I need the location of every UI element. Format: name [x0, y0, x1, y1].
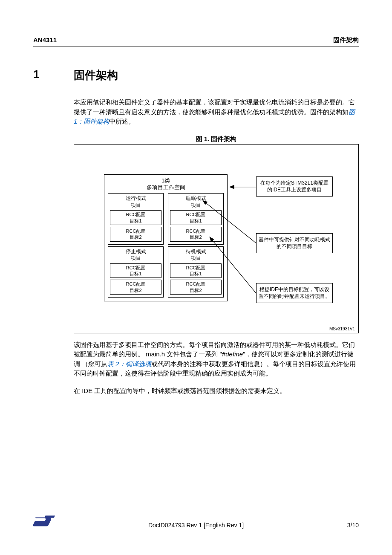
- rcc-target-2: RCC配置 目标2: [110, 227, 161, 242]
- annotation-3: 根据IDE中的目标配置，可以设置不同的时钟配置来运行项目。: [256, 283, 333, 304]
- workspace-box: 1类 多项目工作空间 运行模式 项目 RCC配置 目标1 RCC配置 目标2 睡…: [104, 174, 228, 302]
- rcc-target-1: RCC配置 目标1: [110, 263, 161, 278]
- after-paragraph-2: 在 IDE 工具的配置向导中，时钟频率或振荡器范围须根据您的需要来定义。: [74, 386, 359, 396]
- page-footer: DocID024793 Rev 1 [English Rev 1] 3/10: [33, 514, 359, 529]
- page-header: AN4311 固件架构: [33, 36, 359, 46]
- project-standby-title: 待机模式 项目: [170, 249, 222, 262]
- table-link[interactable]: 表 2：编译选项: [107, 360, 151, 367]
- rcc-target-2: RCC配置 目标2: [110, 280, 161, 295]
- section-number: 1: [33, 68, 74, 83]
- intro-text-1: 本应用笔记和相关固件定义了器件的基本配置，该配置对于实现最优化电流消耗的目标是必…: [74, 98, 355, 116]
- rcc-target-1: RCC配置 目标1: [110, 210, 161, 225]
- rcc-target-2: RCC配置 目标2: [170, 280, 222, 295]
- project-run-title: 运行模式 项目: [110, 195, 161, 208]
- annotation-1: 在每个为给定STM32L1类配置的IDE工具上设置多项目: [256, 176, 333, 197]
- workspace-title: 1类 多项目工作空间: [108, 177, 224, 192]
- project-stop: 停止模式 项目 RCC配置 目标1 RCC配置 目标2: [108, 246, 164, 298]
- section-heading: 1 固件架构: [33, 68, 359, 83]
- project-standby: 待机模式 项目 RCC配置 目标1 RCC配置 目标2: [168, 246, 224, 298]
- project-run: 运行模式 项目 RCC配置 目标1 RCC配置 目标2: [108, 193, 164, 244]
- intro-text-2: 中所述。: [109, 118, 135, 125]
- annotation-2: 器件中可提供针对不同功耗模式的不同项目目标: [256, 233, 333, 254]
- intro-paragraph: 本应用笔记和相关固件定义了器件的基本配置，该配置对于实现最优化电流消耗的目标是必…: [74, 98, 359, 127]
- header-right: 固件架构: [333, 36, 359, 44]
- project-sleep-title: 睡眠模式 项目: [170, 195, 222, 208]
- rcc-target-2: RCC配置 目标2: [170, 227, 222, 242]
- project-stop-title: 停止模式 项目: [110, 249, 161, 262]
- rcc-target-1: RCC配置 目标1: [170, 263, 222, 278]
- project-sleep: 睡眠模式 项目 RCC配置 目标1 RCC配置 目标2: [168, 193, 224, 244]
- rcc-target-1: RCC配置 目标1: [170, 210, 222, 225]
- after-paragraph-1: 该固件选用基于多项目工作空间的方式。每个项目指向激活的或器件可用的某一种低功耗模…: [74, 340, 359, 379]
- header-left: AN4311: [33, 36, 57, 44]
- figure-caption: 图 1. 固件架构: [74, 135, 359, 143]
- figure-1: 1类 多项目工作空间 运行模式 项目 RCC配置 目标1 RCC配置 目标2 睡…: [74, 144, 359, 333]
- footer-docid: DocID024793 Rev 1 [English Rev 1]: [33, 522, 359, 529]
- figure-id: MSv31931V1: [329, 327, 355, 331]
- section-title: 固件架构: [74, 68, 118, 83]
